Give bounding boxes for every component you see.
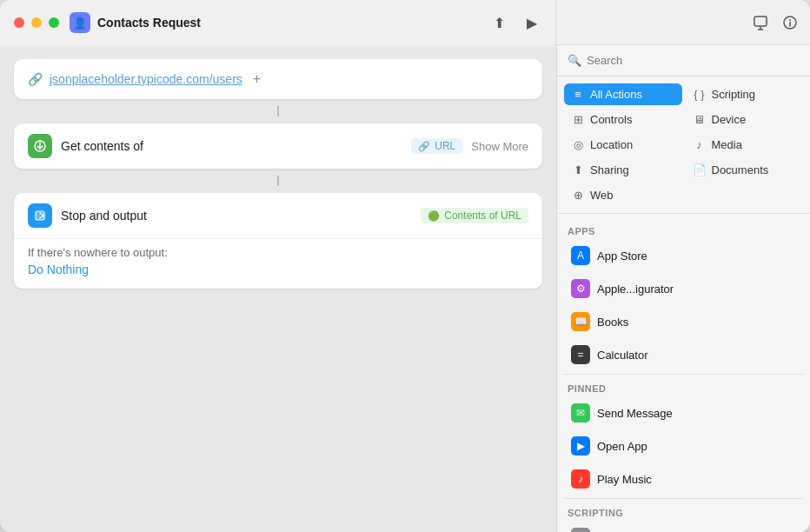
comment-icon: ≡ <box>571 528 590 532</box>
main-content: 🔗 jsonplaceholder.typicode.com/users + <box>0 45 810 532</box>
url-text[interactable]: jsonplaceholder.typicode.com/users <box>50 72 242 86</box>
stop-output-footer: If there's nowhere to output: Do Nothing <box>14 238 542 289</box>
get-contents-block: Get contents of 🔗 URL Show More <box>14 123 542 169</box>
maximize-button[interactable] <box>49 17 59 28</box>
web-icon: ⊕ <box>571 189 585 202</box>
app-store-icon: A <box>571 246 590 265</box>
configurator-label: Apple...igurator <box>597 283 674 296</box>
window-title: Contacts Request <box>97 16 489 30</box>
stop-output-title: Stop and output <box>61 209 412 223</box>
category-documents[interactable]: 📄 Documents <box>686 159 804 181</box>
url-tag[interactable]: 🔗 URL <box>411 138 462 154</box>
actions-sidebar: 🔍 ≡ All Actions { } Scripting ⊞ Cont <box>556 45 810 532</box>
media-icon: ♪ <box>693 138 707 151</box>
list-item-configurator[interactable]: ⚙ Apple...igurator <box>564 273 803 304</box>
category-scripting[interactable]: { } Scripting <box>686 83 804 105</box>
list-item-books[interactable]: 📖 Books <box>564 306 803 337</box>
location-icon: ◎ <box>571 138 585 151</box>
list-item-calculator[interactable]: = Calculator <box>564 339 803 370</box>
app-icon: 👤 <box>70 12 90 33</box>
scripting-section-label: Scripting <box>564 502 803 522</box>
play-music-label: Play Music <box>597 473 652 486</box>
category-location[interactable]: ◎ Location <box>564 134 682 156</box>
minimize-button[interactable] <box>31 17 42 28</box>
device-icon: 🖥 <box>693 113 707 126</box>
run-button[interactable]: ▶ <box>522 13 541 32</box>
category-all-actions[interactable]: ≡ All Actions <box>564 83 682 105</box>
link-icon: 🔗 <box>28 72 43 86</box>
show-more-button[interactable]: Show More <box>471 140 528 153</box>
workflow-panel: 🔗 jsonplaceholder.typicode.com/users + <box>0 45 556 532</box>
all-actions-icon: ≡ <box>571 88 585 101</box>
sharing-label: Sharing <box>590 163 629 176</box>
categories-grid: ≡ All Actions { } Scripting ⊞ Controls 🖥… <box>557 76 810 214</box>
category-controls[interactable]: ⊞ Controls <box>564 109 682 130</box>
pinned-section-label: Pinned <box>564 378 803 397</box>
connector-line <box>277 106 279 116</box>
url-add-button[interactable]: + <box>253 71 261 87</box>
apps-section-label: Apps <box>564 221 803 240</box>
category-web[interactable]: ⊕ Web <box>564 184 682 206</box>
stop-output-block: Stop and output 🟢 Contents of URL If the… <box>14 193 542 289</box>
do-nothing-button[interactable]: Do Nothing <box>28 263 528 276</box>
documents-icon: 📄 <box>693 163 707 176</box>
sharing-icon: ⬆ <box>571 163 585 176</box>
configurator-icon: ⚙ <box>571 279 590 298</box>
send-message-label: Send Message <box>597 407 673 420</box>
get-contents-title: Get contents of <box>61 139 402 153</box>
stop-output-icon <box>28 203 52 228</box>
open-app-label: Open App <box>597 440 647 453</box>
list-item-play-music[interactable]: ♪ Play Music <box>564 463 803 495</box>
calculator-label: Calculator <box>597 349 648 362</box>
category-sharing[interactable]: ⬆ Sharing <box>564 159 682 181</box>
close-button[interactable] <box>14 17 24 28</box>
list-item-open-app[interactable]: ▶ Open App <box>564 430 803 462</box>
list-item-send-message[interactable]: ✉ Send Message <box>564 397 803 429</box>
web-label: Web <box>590 189 614 202</box>
category-media[interactable]: ♪ Media <box>686 134 804 156</box>
url-bar[interactable]: 🔗 jsonplaceholder.typicode.com/users + <box>14 59 542 99</box>
media-label: Media <box>712 138 742 151</box>
play-music-icon: ♪ <box>571 469 590 489</box>
traffic-lights <box>14 17 59 28</box>
search-icon: 🔍 <box>568 54 581 67</box>
category-device[interactable]: 🖥 Device <box>686 109 804 130</box>
svg-rect-0 <box>754 17 767 26</box>
get-contents-header: Get contents of 🔗 URL Show More <box>14 123 542 169</box>
share-button[interactable]: ⬆ <box>489 13 508 32</box>
device-label: Device <box>712 113 747 126</box>
info-button[interactable] <box>780 13 800 32</box>
search-input[interactable] <box>587 54 800 67</box>
scripting-divider <box>564 498 803 499</box>
get-contents-icon <box>28 134 52 158</box>
location-label: Location <box>590 138 633 151</box>
app-store-label: App Store <box>597 249 647 263</box>
contents-of-url-tag[interactable]: 🟢 Contents of URL <box>421 208 528 223</box>
list-item-app-store[interactable]: A App Store <box>564 240 803 271</box>
controls-label: Controls <box>590 113 632 126</box>
connector-line-2 <box>277 176 279 186</box>
calculator-icon: = <box>571 345 590 364</box>
books-label: Books <box>597 316 628 329</box>
books-icon: 📖 <box>571 312 590 331</box>
all-actions-label: All Actions <box>590 88 642 101</box>
send-message-icon: ✉ <box>571 403 590 422</box>
controls-icon: ⊞ <box>571 113 585 126</box>
search-bar: 🔍 <box>557 45 810 76</box>
documents-label: Documents <box>712 163 769 176</box>
main-window: 👤 Contacts Request ⬆ ▶ <box>0 0 810 532</box>
scripting-label: Scripting <box>712 88 756 101</box>
titlebar-actions: ⬆ ▶ <box>489 13 541 32</box>
add-action-button[interactable] <box>751 13 770 32</box>
svg-point-4 <box>789 19 791 21</box>
actions-list: Apps A App Store ⚙ Apple...igurator 📖 Bo… <box>557 214 810 532</box>
open-app-icon: ▶ <box>571 436 590 456</box>
list-item-comment[interactable]: ≡ Comment <box>564 522 803 532</box>
apps-divider <box>564 374 803 375</box>
output-footer-label: If there's nowhere to output: <box>28 246 528 259</box>
stop-output-header: Stop and output 🟢 Contents of URL <box>14 193 542 238</box>
scripting-icon: { } <box>693 88 707 101</box>
